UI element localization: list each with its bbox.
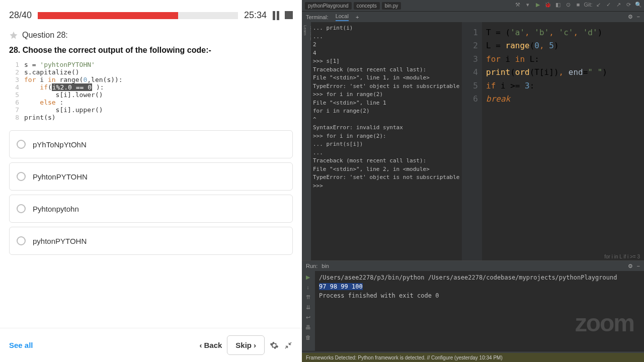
editor-breadcrumb: for i in L if i >= 3 <box>604 254 640 259</box>
framework-notification[interactable]: Frameworks Detected: Python framework is… <box>302 353 644 362</box>
git-pull-icon[interactable]: ↙ <box>595 1 602 8</box>
crumb[interactable]: concepts <box>354 2 380 10</box>
back-label: Back <box>204 341 222 349</box>
debug-icon[interactable]: 🐞 <box>544 1 551 8</box>
add-terminal-icon[interactable]: + <box>356 14 359 20</box>
option-text: pYhToNpYtOhN <box>33 140 87 149</box>
code-line: 7 s[i].upper() <box>9 106 293 114</box>
run-settings-icon[interactable]: ⚙ <box>628 263 633 269</box>
quiz-pane: 28/40 25:34 Question 28: 28. Choose the … <box>0 0 302 362</box>
run-hide-icon[interactable]: − <box>637 263 640 269</box>
stop2-icon[interactable]: ↓ <box>304 283 312 291</box>
pause-icon[interactable] <box>273 11 282 20</box>
option-0[interactable]: pYhToNpYtOhN <box>9 130 293 158</box>
search-icon[interactable]: 🔍 <box>635 1 642 8</box>
bottom-bar: See all ‹ Back Skip › <box>0 328 302 362</box>
ide-pane: pythonPlaygroundconceptsbin.py ⚒ ▾ ▶ 🐞 ◧… <box>302 0 644 362</box>
run-gutter: ▶ ↓ ⇈ ⇊ ↩ 🖶 🗑 <box>302 271 315 351</box>
progress-bar <box>38 12 238 19</box>
zoom-logo: zoom <box>575 309 634 337</box>
gear-icon[interactable] <box>270 341 279 350</box>
print-icon[interactable]: 🖶 <box>304 323 312 331</box>
run-tab[interactable]: bin <box>321 263 329 269</box>
question-header: Question 28: <box>0 31 302 40</box>
skip-label: Skip <box>235 341 252 349</box>
radio-icon[interactable] <box>17 140 26 149</box>
radio-icon[interactable] <box>17 172 26 181</box>
ide-left-gutter: Learn Terminal Structure Favorites <box>302 22 311 260</box>
run-panel: Run: bin ⚙ − ▶ ↓ ⇈ ⇊ ↩ 🖶 🗑 /Users/asee22… <box>302 260 644 351</box>
learn-tool[interactable]: Learn <box>302 22 308 260</box>
progress-fill <box>38 12 178 19</box>
collapse-icon[interactable] <box>284 341 293 350</box>
back-button[interactable]: ‹ Back <box>199 341 222 349</box>
wrap-icon[interactable]: ↩ <box>304 313 312 321</box>
stop-icon[interactable] <box>285 11 293 19</box>
play-icon[interactable]: ▶ <box>534 1 541 8</box>
code-line: 2s.capitalize() <box>9 68 293 76</box>
coverage-icon[interactable]: ◧ <box>554 1 561 8</box>
question-label: Question 28: <box>22 31 68 40</box>
option-1[interactable]: PyhtonPYTOHN <box>9 162 293 191</box>
code-line: 6 else : <box>9 99 293 106</box>
progress-row: 28/40 25:34 <box>0 0 302 31</box>
code-line: 4 if(i%2.0 == 0 ): <box>9 83 293 91</box>
run-exit: Process finished with exit code 0 <box>319 291 640 300</box>
hammer-icon[interactable]: ⚒ <box>514 1 521 8</box>
ide-toolbar: ⚒ ▾ ▶ 🐞 ◧ ⊙ ■ Git: ↙ ✓ ↗ ⟳ 🔍 <box>514 1 642 8</box>
run-numbers: 97 98 99 100 <box>319 283 363 290</box>
stop-run-icon[interactable]: ■ <box>575 1 582 8</box>
option-3[interactable]: pyhtonPYTOHN <box>9 227 293 255</box>
git-commit-icon[interactable]: ✓ <box>605 1 612 8</box>
rerun-icon[interactable]: ▶ <box>304 273 312 281</box>
option-text: pyhtonPYTOHN <box>33 237 87 245</box>
editor-gutter: 123456 <box>462 22 482 260</box>
git-label: Git: <box>585 1 592 8</box>
terminal-settings-icon[interactable]: ⚙ <box>628 14 633 20</box>
terminal-tab[interactable]: Local <box>336 13 349 21</box>
editor[interactable]: 123456 T = ('a', 'b', 'c', 'd')L = range… <box>462 22 644 260</box>
radio-icon[interactable] <box>17 236 26 245</box>
run-cmd: /Users/asee2278/p3/bin/python /Users/ase… <box>319 273 640 282</box>
skip-button[interactable]: Skip › <box>227 335 265 355</box>
see-all-link[interactable]: See all <box>9 341 33 349</box>
code-block: 1s = 'pyhtonPYTOHN'2s.capitalize()3for i… <box>0 61 302 126</box>
crumb[interactable]: bin.py <box>382 2 401 10</box>
radio-icon[interactable] <box>17 204 26 213</box>
ide-breadcrumb: pythonPlaygroundconceptsbin.py ⚒ ▾ ▶ 🐞 ◧… <box>302 0 644 11</box>
option-text: Pyhtonpytohn <box>33 205 79 213</box>
timer: 25:34 <box>244 10 267 21</box>
option-text: PyhtonPYTOHN <box>33 172 88 181</box>
progress-count: 28/40 <box>9 10 32 21</box>
code-line: 8print(s) <box>9 114 293 121</box>
crumb[interactable]: pythonPlayground <box>305 2 352 10</box>
code-line: 3for i in range(0,len(s)): <box>9 76 293 83</box>
terminal-label: Terminal: <box>306 14 329 20</box>
git-history-icon[interactable]: ⟳ <box>625 1 632 8</box>
terminal-output[interactable]: ... print(i)...24>>> s[1]Traceback (most… <box>311 22 462 260</box>
question-text: 28. Choose the correct output of the fol… <box>0 40 302 61</box>
code-line: 1s = 'pyhtonPYTOHN' <box>9 61 293 68</box>
editor-code[interactable]: T = ('a', 'b', 'c', 'd')L = range(0, 5)f… <box>482 22 644 260</box>
code-line: 5 s[i].lower() <box>9 91 293 99</box>
run-label: Run: <box>306 263 317 269</box>
run-config-icon[interactable]: ▾ <box>524 1 531 8</box>
terminal-header: Terminal: Local + ⚙ − <box>302 11 644 22</box>
star-icon[interactable] <box>9 31 18 40</box>
terminal-hide-icon[interactable]: − <box>637 14 640 20</box>
down-icon[interactable]: ⇊ <box>304 303 312 311</box>
profile-icon[interactable]: ⊙ <box>565 1 572 8</box>
up-icon[interactable]: ⇈ <box>304 293 312 301</box>
git-push-icon[interactable]: ↗ <box>615 1 622 8</box>
option-2[interactable]: Pyhtonpytohn <box>9 195 293 223</box>
trash-icon[interactable]: 🗑 <box>304 333 312 341</box>
